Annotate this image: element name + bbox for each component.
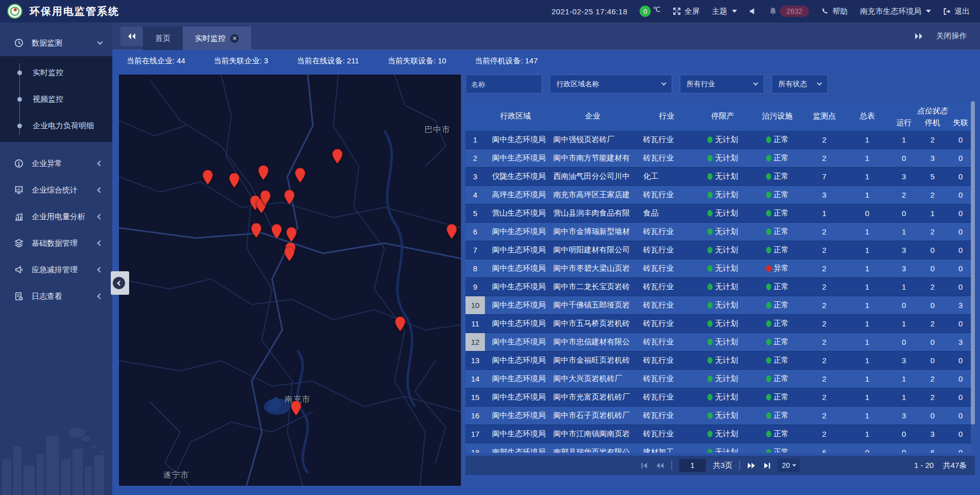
map-city-label: 遂宁市	[163, 470, 189, 481]
treatment-status-label: 正常	[774, 153, 789, 163]
cell-run-count: 0	[889, 209, 919, 218]
bar-chart-icon	[14, 212, 24, 221]
map-pin[interactable]	[446, 224, 457, 239]
sidebar-item-video-monitor[interactable]: 视频监控	[0, 86, 112, 112]
map-pin[interactable]	[284, 190, 295, 205]
table-row[interactable]: 7 阆中生态环境局 阆中明阳建材有限公司 砖瓦行业 无计划 正常 2 1 3 0…	[465, 241, 975, 260]
map-panel[interactable]: 巴中市南充市遂宁市	[119, 75, 461, 486]
name-search-input[interactable]	[465, 75, 542, 93]
map-pin[interactable]	[284, 246, 295, 262]
table-row[interactable]: 14 阆中生态环境局 阆中大兴页岩机砖厂 砖瓦行业 无计划 正常 2 1 1 2…	[465, 370, 975, 388]
datetime: 2021-02-25 17:46:18	[551, 7, 627, 16]
cell-region: 阆中生态环境局	[485, 374, 546, 384]
stop-status-label: 无计划	[715, 135, 738, 145]
cell-run-count: 1	[889, 319, 919, 328]
tab-close-icon[interactable]: ✕	[230, 34, 239, 43]
treatment-status-label: 正常	[774, 245, 789, 255]
cell-stop-status: 无计划	[694, 374, 751, 384]
sidebar-item-base-data[interactable]: 基础数据管理	[0, 230, 112, 256]
map-pin[interactable]	[258, 165, 269, 180]
cell-index: 15	[465, 388, 485, 406]
table-row[interactable]: 10 阆中生态环境局 阆中千佛镇五郎垭页岩 砖瓦行业 无计划 正常 2 1 0 …	[465, 296, 975, 315]
tabs-scroll-left-button[interactable]	[120, 27, 143, 46]
logout-label: 退出	[954, 7, 970, 16]
tab-realtime-monitor[interactable]: 实时监控 ✕	[183, 27, 251, 50]
help-button[interactable]: 帮助	[821, 7, 848, 16]
chevron-left-icon	[117, 280, 122, 286]
theme-dropdown[interactable]: 主题	[712, 7, 737, 16]
table-row[interactable]: 18 南部生态环境局 南部县瑞华页岩有限公 建材加工 无计划 正常 6 0 0 …	[465, 443, 975, 453]
status-dot	[766, 357, 771, 364]
map-pin[interactable]	[260, 190, 271, 205]
sidebar-item-power-analysis[interactable]: 企业用电量分析	[0, 203, 112, 230]
sidebar-item-enterprise-statistics[interactable]: 企业综合统计	[0, 177, 112, 203]
prev-page-button[interactable]	[656, 462, 665, 469]
map-pin[interactable]	[290, 400, 302, 416]
sidebar-item-emergency-reduction[interactable]: 应急减排管理	[0, 256, 112, 283]
map-pin[interactable]	[332, 149, 343, 164]
speaker-icon	[749, 8, 757, 15]
notifications[interactable]: 2632	[769, 6, 809, 17]
chevron-down-icon	[753, 81, 758, 86]
table-row[interactable]: 13 阆中生态环境局 阆中市金福旺页岩机砖 砖瓦行业 无计划 正常 2 1 3 …	[465, 351, 975, 370]
layers-icon	[14, 239, 24, 248]
tab-bar: 首页 实时监控 ✕ 关闭操作	[112, 22, 980, 50]
org-label: 南充市生态环境局	[860, 7, 921, 16]
table-row[interactable]: 1 阆中生态环境局 阆中强锐页岩砖厂 砖瓦行业 无计划 正常 2 1 1 2 0	[465, 131, 975, 149]
cell-halt-count: 0	[919, 356, 946, 365]
mute-button[interactable]	[749, 8, 757, 15]
table-row[interactable]: 9 阆中生态环境局 阆中市二龙长宝页岩砖 砖瓦行业 无计划 正常 2 1 1 2…	[465, 278, 975, 296]
table-scrollbar[interactable]	[971, 101, 975, 453]
sidebar-item-log-view[interactable]: 日志查看	[0, 283, 112, 310]
cell-company: 阆中千佛镇五郎垭页岩	[546, 300, 639, 310]
table-row[interactable]: 4 高坪生态环境局 南充市高坪区王家店建 砖瓦行业 无计划 正常 3 1 2 2…	[465, 186, 975, 204]
map-pin[interactable]	[286, 227, 297, 242]
close-operations-button[interactable]: 关闭操作	[936, 31, 967, 41]
status-select[interactable]: 所有状态	[772, 75, 828, 93]
cell-industry: 砖瓦行业	[639, 245, 694, 255]
pagination-bar: 共3页 20 1 - 20	[465, 456, 975, 475]
sidebar-item-data-monitor[interactable]: 数据监测	[0, 30, 112, 56]
org-dropdown[interactable]: 南充市生态环境局	[860, 7, 931, 16]
map-pin[interactable]	[251, 223, 262, 238]
map-pin[interactable]	[271, 224, 282, 239]
map-pin[interactable]	[202, 170, 213, 185]
map-collapse-handle[interactable]	[111, 271, 129, 295]
map-roads	[119, 75, 461, 486]
sidebar-item-power-load-detail[interactable]: 企业电力负荷明细	[0, 112, 112, 139]
first-page-button[interactable]	[641, 462, 649, 469]
table-row[interactable]: 12 阆中生态环境局 阆中市忠信建材有限公 砖瓦行业 无计划 正常 2 1 0 …	[465, 333, 975, 351]
map-pin[interactable]	[395, 316, 406, 332]
last-page-button[interactable]	[763, 462, 771, 469]
fullscreen-button[interactable]: 全屏	[673, 7, 700, 16]
logout-button[interactable]: 退出	[943, 7, 970, 16]
table-row[interactable]: 2 阆中生态环境局 阆中市南方节能建材有 砖瓦行业 无计划 正常 2 1 0 3…	[465, 149, 975, 168]
table-row[interactable]: 16 阆中生态环境局 阆中市石子页岩机砖厂 砖瓦行业 无计划 正常 2 1 3 …	[465, 407, 975, 425]
industry-select[interactable]: 所有行业	[680, 75, 764, 93]
map-pin[interactable]	[229, 173, 240, 188]
table-row[interactable]: 3 仪陇生态环境局 西南油气田分公司川中 化工 无计划 正常 7 1 3 5 0	[465, 168, 975, 186]
page-size-value: 20	[782, 461, 790, 469]
table-row[interactable]: 6 阆中生态环境局 阆中市金博瑞新型墙材 砖瓦行业 无计划 正常 2 1 1 2…	[465, 223, 975, 241]
sidebar-item-enterprise-abnormal[interactable]: 企业异常	[0, 150, 112, 177]
table-row[interactable]: 15 阆中生态环境局 阆中市光富页岩机砖厂 砖瓦行业 无计划 正常 2 1 1 …	[465, 388, 975, 407]
table-row[interactable]: 11 阆中生态环境局 阆中市五马桥页岩机砖 砖瓦行业 无计划 正常 2 1 1 …	[465, 315, 975, 333]
alert-circle-icon	[14, 159, 24, 168]
tab-home[interactable]: 首页	[143, 27, 183, 50]
table-row[interactable]: 17 阆中生态环境局 阆中市江南镇阆南页岩 砖瓦行业 无计划 正常 2 1 0 …	[465, 425, 975, 443]
cell-region: 阆中生态环境局	[485, 264, 546, 273]
status-dot	[766, 247, 771, 253]
region-select[interactable]: 行政区域名称	[550, 75, 672, 93]
sidebar-item-label: 企业异常	[32, 159, 98, 169]
table-row[interactable]: 5 营山生态环境局 营山县润丰肉食品有限 食品 无计划 正常 1 0 0 1 0	[465, 204, 975, 223]
map-pin[interactable]	[295, 168, 306, 183]
cell-run-count: 1	[889, 135, 919, 144]
stop-status-label: 无计划	[715, 356, 738, 365]
table-row[interactable]: 8 阆中生态环境局 阆中市枣碧大梁山页岩 砖瓦行业 无计划 异常 2 1 3 0…	[465, 260, 975, 278]
cell-monitor-count: 2	[803, 227, 845, 236]
page-number-input[interactable]	[679, 459, 706, 472]
page-size-select[interactable]: 20	[778, 459, 800, 472]
sidebar-item-realtime-monitor[interactable]: 实时监控	[0, 59, 112, 86]
next-page-button[interactable]	[747, 462, 756, 469]
double-chevron-right-icon[interactable]	[915, 33, 923, 39]
